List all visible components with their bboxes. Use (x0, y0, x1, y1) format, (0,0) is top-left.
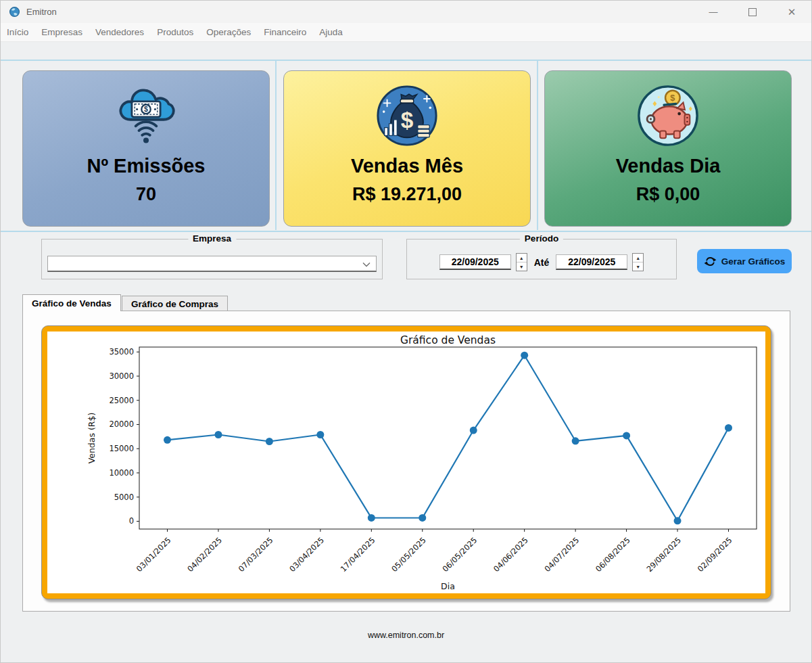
card-emissoes: $ Nº Emissões 70 (22, 70, 270, 227)
spin-up-icon[interactable]: ▲ (633, 254, 643, 262)
svg-text:30000: 30000 (109, 371, 134, 381)
menu-item-empresas[interactable]: Empresas (41, 27, 82, 37)
close-icon: ✕ (788, 6, 796, 18)
menu-item-financeiro[interactable]: Financeiro (264, 27, 306, 37)
spin-up-icon[interactable]: ▲ (517, 254, 527, 262)
window-controls: — ✕ (694, 1, 811, 23)
tab-grafico-vendas-label: Gráfico de Vendas (32, 298, 112, 308)
money-bag-icon: $ (374, 79, 440, 152)
date-from-spinner[interactable]: ▲ ▼ (516, 253, 527, 271)
empresa-label: Empresa (188, 233, 236, 244)
menu-item-ajuda[interactable]: Ajuda (319, 27, 343, 37)
footer-url: www.emitron.com.br (1, 631, 811, 640)
card-vendas-dia-value: R$ 0,00 (636, 184, 700, 205)
vendas-chart: Gráfico de Vendas05000100001500020000250… (47, 332, 765, 593)
menu-item-inicio[interactable]: Início (7, 27, 28, 37)
card-emissoes-title: Nº Emissões (87, 155, 205, 177)
separator-line-top (1, 60, 812, 61)
chevron-down-icon (362, 258, 371, 270)
spin-down-icon[interactable]: ▼ (633, 262, 643, 271)
card-vendas-mes-title: Vendas Mês (351, 155, 463, 177)
date-to-spinner[interactable]: ▲ ▼ (632, 253, 644, 271)
svg-text:$: $ (144, 105, 148, 113)
card-divider-2 (537, 61, 538, 230)
svg-text:35000: 35000 (109, 347, 134, 357)
date-to-field[interactable]: 22/09/2025 (556, 254, 627, 270)
empresa-combobox[interactable] (47, 256, 377, 272)
title-bar: Emitron — ✕ (1, 1, 811, 23)
card-vendas-mes: $ Vendas Mês R$ 19.271,00 (283, 70, 531, 227)
periodo-row: 22/09/2025 ▲ ▼ Até 22/09/2025 ▲ ▼ (407, 253, 676, 271)
chart-tab-panel: Gráfico de Vendas05000100001500020000250… (22, 311, 790, 612)
tab-grafico-compras-label: Gráfico de Compras (131, 299, 218, 309)
periodo-groupbox: Período 22/09/2025 ▲ ▼ Até 22/09/2025 ▲ … (406, 239, 677, 279)
vendas-line-chart: Gráfico de Vendas05000100001500020000250… (47, 332, 765, 593)
card-vendas-mes-value: R$ 19.271,00 (352, 184, 462, 205)
menu-item-produtos[interactable]: Produtos (157, 27, 193, 37)
svg-text:10000: 10000 (109, 468, 134, 478)
menu-item-vendedores[interactable]: Vendedores (95, 27, 144, 37)
svg-text:0: 0 (129, 516, 134, 526)
svg-text:Gráfico de Vendas: Gráfico de Vendas (400, 334, 496, 346)
card-emissoes-value: 70 (136, 184, 156, 205)
svg-text:15000: 15000 (109, 444, 134, 453)
maximize-icon (748, 8, 757, 16)
card-divider-1 (275, 61, 277, 230)
ate-label: Até (534, 257, 550, 268)
svg-text:Dia: Dia (441, 581, 455, 591)
close-button[interactable]: ✕ (772, 1, 811, 23)
empresa-groupbox: Empresa (41, 239, 383, 279)
svg-text:$: $ (670, 93, 675, 103)
minimize-button[interactable]: — (694, 1, 733, 23)
gerar-graficos-label: Gerar Gráficos (721, 256, 786, 267)
menu-bar: Início Empresas Vendedores Produtos Oper… (1, 23, 811, 42)
cloud-money-icon: $ (115, 79, 177, 152)
svg-text:Vendas (R$): Vendas (R$) (87, 413, 97, 464)
card-vendas-dia: $ Vendas Dia R$ 0,00 (544, 70, 792, 227)
svg-text:20000: 20000 (109, 419, 134, 429)
card-vendas-dia-title: Vendas Dia (616, 155, 721, 177)
refresh-icon (704, 255, 717, 268)
tab-grafico-compras[interactable]: Gráfico de Compras (122, 296, 228, 311)
window-title: Emitron (26, 7, 57, 17)
tab-grafico-vendas[interactable]: Gráfico de Vendas (22, 294, 121, 311)
date-from-field[interactable]: 22/09/2025 (439, 254, 511, 270)
separator-line-bottom (1, 231, 812, 232)
app-globe-icon (9, 6, 20, 18)
chart-frame: Gráfico de Vendas05000100001500020000250… (41, 325, 771, 599)
periodo-label: Período (520, 233, 563, 244)
svg-text:5000: 5000 (114, 493, 134, 502)
maximize-button[interactable] (733, 1, 772, 23)
svg-text:25000: 25000 (109, 396, 134, 405)
gerar-graficos-button[interactable]: Gerar Gráficos (697, 249, 792, 273)
piggy-bank-icon: $ (635, 79, 701, 152)
svg-text:$: $ (401, 108, 414, 133)
minimize-icon: — (709, 7, 718, 17)
menu-item-operacoes[interactable]: Operações (206, 27, 251, 37)
spin-down-icon[interactable]: ▼ (517, 262, 527, 271)
